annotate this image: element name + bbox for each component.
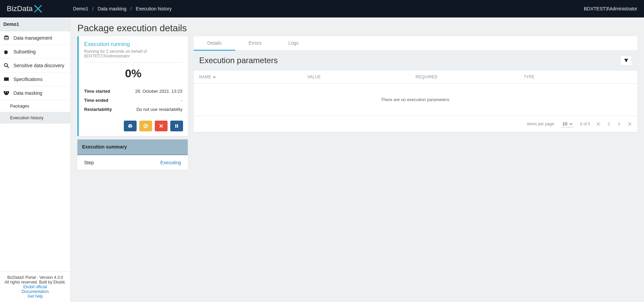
- kv-time-started: Time started 28. October 2021. 13:23: [84, 87, 182, 96]
- pause-button[interactable]: [170, 121, 183, 131]
- kv-key: Time ended: [84, 98, 108, 103]
- sidebar-item-label: Specifications: [13, 77, 42, 82]
- summary-row: Step Executing: [77, 155, 188, 170]
- svg-point-0: [4, 36, 8, 37]
- status-actions: [79, 117, 188, 136]
- content-row: Execution running Running for 2 seconds …: [71, 36, 644, 177]
- kv-val: 28. October 2021. 13:23: [135, 89, 182, 94]
- breadcrumb-sep: /: [92, 6, 94, 11]
- sidebar-sub-packages[interactable]: Packages: [0, 100, 70, 112]
- svg-point-4: [7, 92, 8, 93]
- footer-version: BizDataX Portal - Version 4.3.0: [3, 275, 68, 280]
- details-panel: Details Errors Logs Execution parameters…: [194, 36, 637, 132]
- pager-prev[interactable]: [607, 122, 611, 126]
- pager-buttons: [596, 122, 632, 126]
- execution-summary-card: Execution summary Step Executing: [77, 139, 188, 170]
- svg-rect-7: [175, 124, 176, 128]
- col-value[interactable]: VALUE: [308, 75, 416, 79]
- status-user: BDXTEST3\Administrator: [84, 54, 130, 58]
- book-icon: [3, 77, 9, 82]
- sidebar-item-label: Data masking: [13, 90, 42, 96]
- execution-status-card: Execution running Running for 2 seconds …: [77, 36, 188, 136]
- kv-val: -: [181, 98, 182, 103]
- status-subtitle: Running for 2 seconds on behalf of BDXTE…: [84, 49, 182, 58]
- sidebar-item-label: Subsetting: [13, 49, 36, 54]
- status-title: Execution running: [84, 41, 182, 48]
- status-subtext: Running for 2 seconds on behalf of: [84, 49, 147, 54]
- table-header: NAME VALUE REQUIRED TYPE: [194, 71, 637, 84]
- cancel-button[interactable]: [139, 121, 152, 131]
- chevron-left-icon: [607, 122, 611, 126]
- chevron-right-icon: [617, 122, 621, 126]
- box-icon: [128, 124, 133, 128]
- sidebar-item-specifications[interactable]: Specifications: [0, 73, 70, 86]
- sidebar-item-data-management[interactable]: Data management: [0, 31, 70, 45]
- current-user[interactable]: BDXTEST3\Administrator: [584, 6, 637, 11]
- tab-errors[interactable]: Errors: [235, 36, 275, 50]
- svg-rect-8: [177, 124, 178, 128]
- stop-button[interactable]: [155, 121, 168, 131]
- page-size-value: 10: [563, 121, 567, 126]
- logo-x-icon: [33, 4, 43, 13]
- tab-logs[interactable]: Logs: [275, 36, 312, 50]
- col-required[interactable]: REQUIRED: [416, 75, 524, 79]
- chevron-down-icon: [569, 122, 573, 126]
- footer-link-ekobit[interactable]: Ekobit official: [3, 285, 68, 289]
- empty-message: There are no execution parameters.: [194, 84, 637, 116]
- filter-icon: [624, 58, 629, 63]
- pager: Items per page: 10 0 of 0: [194, 116, 637, 132]
- breadcrumb-item-0[interactable]: Demo1: [73, 6, 88, 11]
- svg-line-6: [144, 125, 147, 127]
- col-name[interactable]: NAME: [199, 75, 308, 79]
- sidebar-item-subsetting[interactable]: Subsetting: [0, 45, 70, 59]
- close-icon: [159, 124, 163, 128]
- filter-button[interactable]: [620, 55, 632, 66]
- pager-first[interactable]: [596, 122, 601, 126]
- pager-label: Items per page:: [527, 122, 555, 126]
- package-button[interactable]: [124, 121, 137, 131]
- sort-down-icon: [213, 75, 216, 79]
- breadcrumb-item-1[interactable]: Data masking: [98, 6, 127, 11]
- sidebar-item-sensitive-discovery[interactable]: Sensitive data discovery: [0, 59, 70, 73]
- breadcrumb-item-2[interactable]: Execution history: [136, 6, 172, 11]
- page-first-icon: [596, 122, 601, 126]
- page-title: Package execution details: [71, 17, 644, 36]
- main: Package execution details Execution runn…: [71, 17, 644, 302]
- footer-link-help[interactable]: Get help: [3, 294, 68, 299]
- tabs: Details Errors Logs: [194, 36, 637, 51]
- logo[interactable]: BizData: [7, 4, 43, 13]
- svg-line-2: [7, 66, 9, 68]
- sidebar-nav: Data management Subsetting Sensitive dat…: [0, 31, 70, 124]
- sidebar-header: Demo1: [0, 17, 70, 31]
- breadcrumb-sep: /: [131, 6, 132, 11]
- sidebar-item-label: Data management: [13, 35, 52, 41]
- kv-key: Restartability: [84, 107, 112, 112]
- sidebar-footer: BizDataX Portal - Version 4.3.0 All righ…: [0, 271, 70, 302]
- footer-link-docs[interactable]: Documentation: [3, 289, 68, 294]
- col-type[interactable]: TYPE: [524, 75, 632, 79]
- divider: [84, 62, 182, 63]
- kv-key: Time started: [84, 89, 110, 94]
- summary-header: Execution summary: [77, 139, 188, 155]
- pause-icon: [175, 124, 179, 128]
- tab-details[interactable]: Details: [194, 36, 235, 51]
- kv-time-ended: Time ended -: [84, 96, 182, 105]
- page-size-select[interactable]: 10: [561, 121, 574, 127]
- topbar: BizData Demo1 / Data masking / Execution…: [0, 0, 644, 17]
- svg-point-3: [5, 92, 6, 93]
- col-label: NAME: [199, 75, 211, 79]
- sidebar-item-label: Sensitive data discovery: [13, 63, 64, 68]
- sidebar-item-data-masking[interactable]: Data masking: [0, 86, 70, 100]
- pager-last[interactable]: [627, 122, 632, 126]
- pager-next[interactable]: [617, 122, 621, 126]
- col-label: VALUE: [308, 75, 321, 79]
- summary-status[interactable]: Executing: [160, 160, 181, 165]
- logo-text: BizData: [7, 4, 33, 13]
- footer-rights: All rights reserved. Built by Ekobit.: [3, 280, 68, 285]
- left-column: Execution running Running for 2 seconds …: [77, 36, 188, 170]
- sidebar-sub-execution-history[interactable]: Execution history: [0, 112, 70, 124]
- pager-range: 0 of 0: [580, 122, 590, 126]
- breadcrumb: Demo1 / Data masking / Execution history: [73, 6, 172, 11]
- puzzle-icon: [3, 49, 9, 54]
- database-icon: [3, 35, 9, 41]
